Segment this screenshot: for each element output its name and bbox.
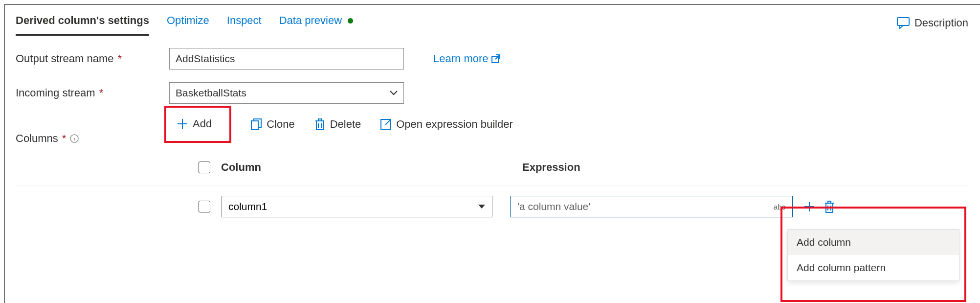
incoming-stream-value: BasketballStats — [176, 87, 246, 99]
menu-add-column-pattern[interactable]: Add column pattern — [788, 255, 959, 280]
description-button[interactable]: Description — [897, 17, 970, 29]
menu-add-column[interactable]: Add column — [788, 230, 959, 255]
svg-rect-0 — [897, 18, 909, 25]
incoming-stream-row: Incoming stream * BasketballStats — [16, 82, 970, 104]
learn-more-link[interactable]: Learn more — [433, 52, 500, 65]
output-stream-row: Output stream name * Learn more — [16, 48, 970, 70]
column-name-dropdown[interactable]: column1 — [221, 196, 492, 217]
columns-table-header: Column Expression — [16, 151, 970, 174]
required-asterisk: * — [62, 132, 67, 145]
open-builder-icon — [380, 119, 391, 130]
tab-data-preview-label: Data preview — [279, 14, 342, 27]
clone-button-label: Clone — [267, 118, 294, 131]
settings-panel: Derived column's settings Optimize Inspe… — [4, 4, 980, 303]
expression-placeholder: 'a column value' — [517, 201, 590, 212]
delete-button[interactable]: Delete — [314, 118, 361, 131]
columns-label-text: Columns — [16, 132, 58, 145]
tab-inspect[interactable]: Inspect — [227, 10, 262, 35]
tab-data-preview[interactable]: Data preview — [279, 10, 353, 35]
description-label: Description — [914, 17, 968, 29]
caret-down-icon — [478, 205, 485, 209]
required-asterisk: * — [118, 52, 122, 65]
open-builder-label: Open expression builder — [396, 118, 512, 131]
required-asterisk: * — [99, 87, 104, 99]
output-stream-input[interactable] — [169, 48, 404, 70]
incoming-stream-select[interactable]: BasketballStats — [169, 82, 404, 104]
select-all-checkbox[interactable] — [199, 162, 210, 173]
row-checkbox[interactable] — [199, 201, 210, 212]
highlighted-add-region: Add — [164, 106, 231, 143]
learn-more-text: Learn more — [433, 52, 489, 65]
delete-button-label: Delete — [330, 118, 361, 131]
add-button-label: Add — [193, 117, 212, 130]
tab-settings[interactable]: Derived column's settings — [16, 10, 149, 36]
column-header: Column — [221, 161, 505, 174]
columns-label: Columns * — [16, 132, 169, 145]
column-name-value: column1 — [228, 201, 267, 212]
status-indicator-icon — [348, 18, 353, 23]
chevron-down-icon — [390, 91, 398, 95]
info-icon — [70, 134, 79, 143]
trash-icon — [314, 118, 325, 130]
incoming-stream-label-text: Incoming stream — [16, 87, 95, 99]
highlighted-context-region: Add column Add column pattern — [780, 207, 966, 302]
plus-icon — [177, 118, 188, 129]
comment-icon — [897, 17, 910, 29]
expression-header: Expression — [522, 161, 580, 174]
clone-button[interactable]: Clone — [251, 118, 294, 131]
expression-input[interactable]: 'a column value' abc — [510, 196, 793, 217]
tab-optimize[interactable]: Optimize — [167, 10, 209, 35]
external-link-icon — [491, 54, 500, 63]
output-stream-label: Output stream name * — [16, 52, 169, 65]
svg-rect-2 — [251, 121, 258, 130]
tabs-row: Derived column's settings Optimize Inspe… — [16, 11, 970, 35]
columns-label-row: Columns * — [16, 132, 970, 145]
add-button[interactable]: Add — [177, 117, 212, 130]
output-stream-label-text: Output stream name — [16, 52, 114, 65]
add-context-menu: Add column Add column pattern — [787, 229, 959, 281]
open-expression-builder-button[interactable]: Open expression builder — [380, 118, 512, 131]
incoming-stream-label: Incoming stream * — [16, 87, 169, 99]
clone-icon — [251, 118, 262, 130]
